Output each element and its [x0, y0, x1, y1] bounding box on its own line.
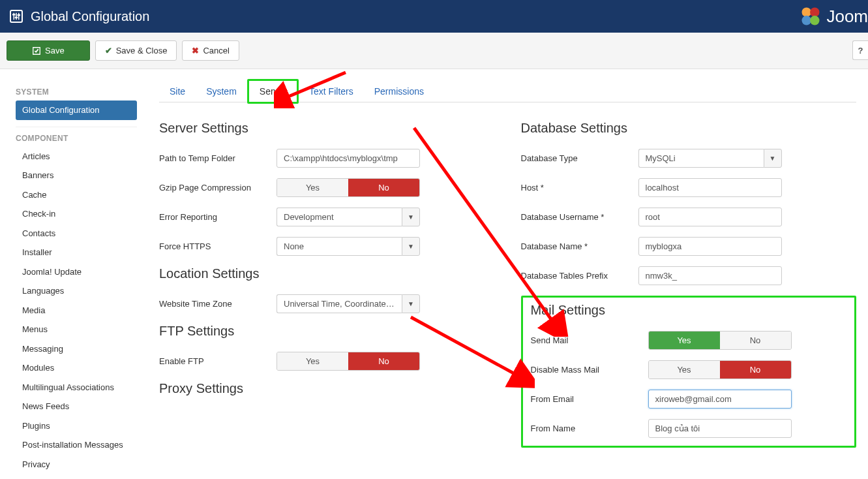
- enable-ftp-toggle[interactable]: Yes No: [277, 352, 420, 371]
- from-name-input[interactable]: [648, 419, 792, 438]
- ftp-settings-heading: FTP Settings: [159, 324, 495, 339]
- svg-point-6: [802, 8, 811, 17]
- from-email-label: From Email: [531, 394, 648, 404]
- svg-rect-2: [18, 13, 20, 20]
- mail-settings-heading: Mail Settings: [531, 303, 847, 318]
- gzip-toggle[interactable]: Yes No: [277, 178, 420, 197]
- db-name-label: Database Name *: [521, 241, 638, 251]
- check-icon: ✔: [105, 46, 112, 55]
- cancel-button[interactable]: ✖ Cancel: [182, 40, 239, 61]
- config-tabs: Site System Server Text Filters Permissi…: [159, 81, 856, 102]
- error-reporting-select[interactable]: Development ▼: [277, 208, 420, 226]
- sidebar-item-postinstall[interactable]: Post-installation Messages: [16, 435, 137, 455]
- from-email-input[interactable]: [648, 390, 792, 409]
- from-name-label: From Name: [531, 424, 648, 433]
- force-https-label: Force HTTPS: [159, 241, 277, 251]
- sidebar-item-menus[interactable]: Menus: [16, 320, 137, 339]
- gzip-yes[interactable]: Yes: [277, 179, 348, 196]
- sidebar-item-installer[interactable]: Installer: [16, 243, 137, 262]
- timezone-label: Website Time Zone: [159, 299, 277, 309]
- sidebar-divider: [16, 127, 137, 127]
- settings-icon: [10, 10, 23, 23]
- sidebar-item-newsfeeds[interactable]: News Feeds: [16, 397, 137, 416]
- db-user-label: Database Username *: [521, 212, 638, 222]
- sidebar-item-articles[interactable]: Articles: [16, 147, 137, 166]
- db-name-input[interactable]: [638, 237, 782, 256]
- tab-system[interactable]: System: [196, 81, 247, 102]
- send-mail-label: Send Mail: [531, 335, 648, 345]
- db-type-select[interactable]: MySQLi ▼: [638, 149, 782, 168]
- joomla-logo-icon: [799, 5, 822, 28]
- mass-mail-no[interactable]: No: [720, 361, 791, 379]
- gzip-label: Gzip Page Compression: [159, 183, 277, 193]
- tab-permissions[interactable]: Permissions: [364, 81, 434, 102]
- timezone-select[interactable]: Universal Time, Coordinated ... ▼: [277, 294, 420, 313]
- sidebar-item-banners[interactable]: Banners: [16, 166, 137, 185]
- send-mail-yes[interactable]: Yes: [649, 332, 720, 349]
- tmp-path-label: Path to Temp Folder: [159, 153, 277, 163]
- send-mail-toggle[interactable]: Yes No: [648, 331, 792, 350]
- sidebar-item-media[interactable]: Media: [16, 301, 137, 320]
- toolbar: Save ✔ Save & Close ✖ Cancel ?: [0, 33, 868, 69]
- svg-point-9: [811, 16, 820, 25]
- svg-rect-4: [15, 17, 18, 18]
- enable-ftp-label: Enable FTP: [159, 356, 277, 366]
- sidebar: SYSTEM Global Configuration COMPONENT Ar…: [0, 69, 143, 479]
- header-bar: Global Configuration Joom: [0, 0, 868, 33]
- tmp-path-input[interactable]: [277, 149, 420, 168]
- sidebar-item-privacy[interactable]: Privacy: [16, 455, 137, 474]
- sidebar-item-joomla-update[interactable]: Joomla! Update: [16, 262, 137, 282]
- sidebar-item-modules[interactable]: Modules: [16, 358, 137, 378]
- db-host-label: Host *: [521, 183, 638, 193]
- disable-mass-mail-toggle[interactable]: Yes No: [648, 360, 792, 379]
- save-button[interactable]: Save: [7, 40, 90, 61]
- sidebar-item-plugins[interactable]: Plugins: [16, 416, 137, 436]
- svg-point-7: [811, 8, 820, 17]
- proxy-settings-heading: Proxy Settings: [159, 381, 495, 396]
- sidebar-item-contacts[interactable]: Contacts: [16, 224, 137, 243]
- apply-icon: [32, 46, 41, 55]
- force-https-select[interactable]: None ▼: [277, 237, 420, 256]
- cancel-icon: ✖: [192, 46, 199, 55]
- chevron-down-icon: ▼: [402, 237, 420, 256]
- sidebar-item-messaging[interactable]: Messaging: [16, 339, 137, 359]
- location-settings-heading: Location Settings: [159, 266, 495, 281]
- main-content: Site System Server Text Filters Permissi…: [143, 69, 868, 479]
- db-user-input[interactable]: [638, 208, 782, 226]
- tab-server[interactable]: Server: [247, 79, 299, 104]
- sidebar-item-global-config[interactable]: Global Configuration: [16, 100, 137, 120]
- page-title: Global Configuration: [31, 9, 149, 24]
- ftp-no[interactable]: No: [348, 352, 419, 370]
- send-mail-no[interactable]: No: [720, 332, 791, 349]
- sidebar-item-checkin[interactable]: Check-in: [16, 204, 137, 224]
- tab-text-filters[interactable]: Text Filters: [299, 81, 364, 102]
- svg-rect-1: [16, 13, 17, 20]
- sidebar-item-multilingual[interactable]: Multilingual Associations: [16, 378, 137, 397]
- save-close-button[interactable]: ✔ Save & Close: [95, 40, 177, 61]
- svg-point-8: [802, 16, 811, 25]
- db-host-input[interactable]: [638, 178, 782, 197]
- sidebar-group-component: COMPONENT: [16, 134, 137, 143]
- chevron-down-icon: ▼: [764, 149, 782, 168]
- svg-rect-5: [18, 14, 21, 16]
- disable-mass-mail-label: Disable Mass Mail: [531, 365, 648, 375]
- server-settings-heading: Server Settings: [159, 121, 495, 136]
- help-button[interactable]: ?: [852, 40, 868, 60]
- sidebar-group-system: SYSTEM: [16, 87, 137, 97]
- tab-site[interactable]: Site: [159, 81, 196, 102]
- mail-settings-highlight: Mail Settings Send Mail Yes No Disable M…: [521, 296, 857, 448]
- sidebar-item-redirects[interactable]: Redirects: [16, 474, 137, 479]
- chevron-down-icon: ▼: [402, 208, 420, 226]
- svg-rect-3: [12, 14, 16, 15]
- chevron-down-icon: ▼: [402, 294, 420, 313]
- error-reporting-label: Error Reporting: [159, 212, 277, 222]
- gzip-no[interactable]: No: [348, 179, 419, 196]
- mass-mail-yes[interactable]: Yes: [649, 361, 720, 379]
- sidebar-item-languages[interactable]: Languages: [16, 281, 137, 301]
- sidebar-item-cache[interactable]: Cache: [16, 185, 137, 205]
- database-settings-heading: Database Settings: [521, 121, 857, 136]
- db-prefix-input[interactable]: [638, 266, 782, 285]
- ftp-yes[interactable]: Yes: [277, 352, 348, 370]
- db-prefix-label: Database Tables Prefix: [521, 271, 638, 281]
- brand: Joom: [799, 0, 868, 33]
